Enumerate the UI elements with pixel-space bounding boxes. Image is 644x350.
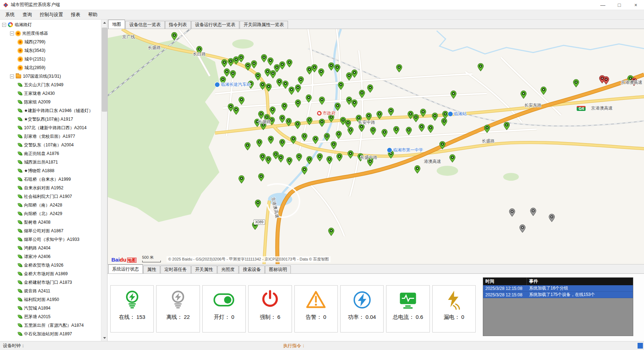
tab[interactable]: 指令列表 <box>165 21 191 29</box>
main-panel: 地图设备信息一览表指令列表设备运行状态一览表开关回路属性一览表 <box>107 20 644 341</box>
tree-device[interactable]: 城西(2799) <box>0 38 101 46</box>
menu-item[interactable]: 查询 <box>19 10 36 19</box>
status-card-forced: 强制：6 <box>248 285 292 332</box>
tree-group[interactable]: −光照度传感器 <box>0 29 101 38</box>
tab[interactable]: 设备运行状态一览表 <box>191 21 240 29</box>
tree-device[interactable]: 烟草公司对面 A1867 <box>0 227 101 235</box>
leaf-icon <box>18 314 23 319</box>
tree-item-label: 彭家巷（党校后面）A1977 <box>24 133 75 140</box>
menu-item[interactable]: 控制与设置 <box>36 10 67 19</box>
tree-device[interactable]: ★交警队西(107南) A1917 <box>0 115 101 123</box>
tree-device[interactable]: 鸿鹤路 A2404 <box>0 244 101 252</box>
tree-device[interactable]: 谭家冲 A2406 <box>0 252 101 261</box>
tree-item-label: 光照度传感器 <box>22 30 48 37</box>
tree-device[interactable]: 福利院对面 A1950 <box>0 295 101 304</box>
collapse-toggle-icon[interactable]: − <box>10 31 14 35</box>
tree-device[interactable]: 社会福利院大门口 A1907 <box>0 192 101 201</box>
tab[interactable]: 设备信息一览表 <box>125 21 165 29</box>
content: −临湘路灯−光照度传感器城西(2799)城东(3543)城中(2151)城北(2… <box>0 20 644 341</box>
tree-root[interactable]: −临湘路灯 <box>0 20 101 29</box>
leaf-icon <box>18 254 23 259</box>
status-card-text: 在线：153 <box>119 314 145 321</box>
tab[interactable]: 地图 <box>108 20 125 29</box>
event-log-row[interactable]: 2025/3/28 12:15:08系统加载了175个设备，在线153个 <box>483 292 633 298</box>
collapse-toggle-icon[interactable]: − <box>2 23 6 27</box>
forced-icon <box>259 289 281 311</box>
leaf-icon <box>18 160 23 165</box>
tree-device[interactable]: 城中(2151) <box>0 55 101 63</box>
tree-device[interactable]: 城北(2859) <box>0 63 101 72</box>
tree-item-label: 自来水斜对面 A1952 <box>24 185 63 191</box>
tree-item-label: ★博物馆 A1888 <box>24 168 54 174</box>
tree-device[interactable]: 梨树巷 A2408 <box>0 218 101 227</box>
tab[interactable]: 搜索设备 <box>239 266 265 273</box>
tab[interactable]: 定时器任务 <box>160 266 191 273</box>
tab[interactable]: 光照度 <box>217 266 239 273</box>
tree-device[interactable]: 五尖山大门东 A1949 <box>0 81 101 89</box>
tree-device[interactable]: 烟草公司（求知中学）A1933 <box>0 235 101 244</box>
tree-device[interactable]: 自来水斜对面 A1952 <box>0 184 101 192</box>
tree-device[interactable]: 交警队东（107南）A2004 <box>0 141 101 149</box>
leaf-icon <box>18 331 23 336</box>
tab[interactable]: 属性 <box>143 266 160 273</box>
tree-device[interactable]: 金桥建材市场门口 A1873 <box>0 278 101 287</box>
tree-device[interactable]: 王家珑巷 A2430 <box>0 89 101 98</box>
tree-device[interactable]: 石咀桥（自来水）A1999 <box>0 175 101 184</box>
status-card-online: 在线：153 <box>110 285 154 332</box>
tree-device[interactable]: 陈家组 A2009 <box>0 98 101 106</box>
tree-device[interactable]: 中石化加油站对面 A1897 <box>0 330 101 338</box>
menu-item[interactable]: 系统 <box>1 10 19 19</box>
close-button[interactable]: × <box>628 0 644 10</box>
tab[interactable]: 开关属性 <box>191 266 217 273</box>
tree-group[interactable]: −107国道沿线(31/31) <box>0 72 101 81</box>
collapse-toggle-icon[interactable]: − <box>10 74 14 78</box>
tree-item-label: 107国道沿线(31/31) <box>23 73 61 79</box>
tree-device[interactable]: 城西派出所A1871 <box>0 158 101 166</box>
column-time[interactable]: 时间 <box>483 278 527 285</box>
tree-device[interactable]: 芭茅塘 A2015 <box>0 312 101 321</box>
menu-item[interactable]: 帮助 <box>84 10 101 19</box>
online-icon <box>121 289 143 311</box>
scroll-down-icon[interactable] <box>101 335 107 341</box>
tree-device[interactable]: 南正街转盘 A1876 <box>0 149 101 158</box>
tree-device[interactable]: ★建新中路路口东 A1946（辅道灯） <box>0 106 101 115</box>
maximize-button[interactable]: □ <box>611 0 628 10</box>
tree-device[interactable]: 观音路 A2411 <box>0 287 101 295</box>
tree-item-label: 向阳桥（南）A2428 <box>24 202 62 208</box>
titlebar: 城市照明监控系统客户端 — □ × <box>0 0 644 10</box>
leaf-icon <box>18 263 23 268</box>
leaf-icon <box>18 297 23 302</box>
tree-device[interactable]: 向阳桥（北）A2429 <box>0 209 101 218</box>
tree-device[interactable]: 汽贸城 A1894 <box>0 304 101 312</box>
sun-icon <box>18 40 23 44</box>
tree-item-label: 城东(3543) <box>24 48 45 54</box>
leaf-icon <box>18 220 23 225</box>
scroll-up-icon[interactable] <box>101 20 107 26</box>
tree-device[interactable]: 金桥大市场对面 A1869 <box>0 269 101 278</box>
tree-device[interactable]: 金桥农贸市场 A1926 <box>0 261 101 269</box>
sidebar-scrollbar[interactable] <box>101 20 107 341</box>
scrollbar-thumb[interactable] <box>102 28 107 112</box>
leaf-icon <box>18 271 23 276</box>
status-card-text: 强制：6 <box>260 314 280 321</box>
tree-device[interactable]: 城东(3543) <box>0 46 101 55</box>
minimize-button[interactable]: — <box>595 0 611 10</box>
column-event[interactable]: 事件 <box>527 278 633 285</box>
baidu-map[interactable] <box>108 29 644 264</box>
tree-device[interactable]: 107北（建新中路路口西）A2014 <box>0 123 101 132</box>
app-window: 城市照明监控系统客户端 — □ × 系统查询控制与设置报表帮助 −临湘路灯−光照… <box>0 0 644 350</box>
menu-item[interactable]: 报表 <box>67 10 84 19</box>
tree-device[interactable]: 五里派出所（富源汽配）A1874 <box>0 321 101 330</box>
tree-item-label: 交警队东（107南）A2004 <box>24 142 74 148</box>
tree-item-label: 107北（建新中路路口西）A2014 <box>24 125 87 131</box>
window-controls: — □ × <box>595 0 644 10</box>
sun-icon <box>18 48 23 53</box>
tree-device[interactable]: 彭家巷（党校后面）A1977 <box>0 132 101 141</box>
tree-device[interactable]: ★博物馆 A1888 <box>0 166 101 175</box>
tab[interactable]: 系统运行状态 <box>108 264 143 273</box>
event-log-row[interactable]: 2025/3/28 12:15:08系统加载了16个分组 <box>483 285 633 292</box>
tab[interactable]: 开关回路属性一览表 <box>240 21 288 29</box>
tab[interactable]: 图标说明 <box>265 266 291 273</box>
tree-device[interactable]: 向阳桥（南）A2428 <box>0 201 101 209</box>
leaf-icon <box>18 91 23 96</box>
